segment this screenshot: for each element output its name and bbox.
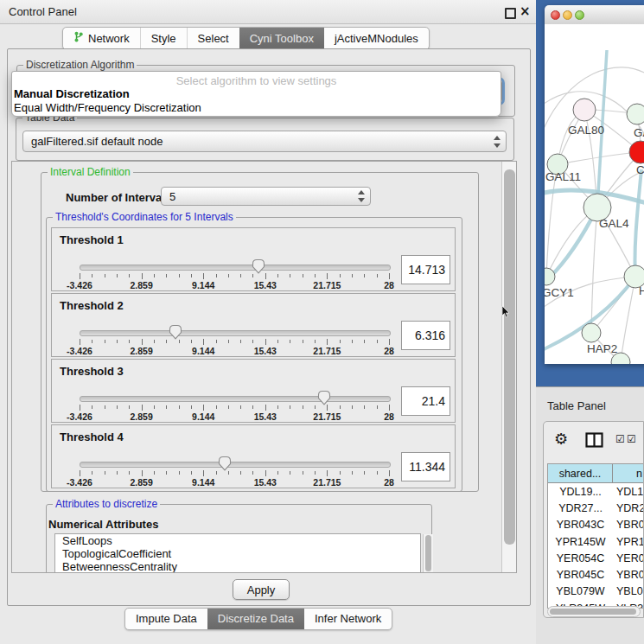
slider-tick bbox=[105, 340, 105, 343]
slider-track[interactable] bbox=[80, 330, 391, 336]
attribute-item[interactable]: BetweennessCentrality bbox=[55, 560, 420, 573]
tab-style[interactable]: Style bbox=[140, 28, 187, 49]
table-data-value: galFiltered.sif default node bbox=[31, 135, 163, 148]
slider-scale-label: 21.715 bbox=[313, 346, 341, 356]
slider-track[interactable] bbox=[80, 396, 391, 402]
threshold-value-field[interactable]: 14.713 bbox=[401, 255, 450, 284]
table-row[interactable]: YBR045CYBR0 bbox=[548, 566, 644, 583]
slider-thumb[interactable] bbox=[317, 390, 331, 405]
network-canvas[interactable]: GAL80GACGAL11GAL4GCY1HHAP2 bbox=[545, 24, 644, 364]
network-node-ga[interactable] bbox=[627, 104, 644, 124]
settings-scrollbar[interactable] bbox=[501, 162, 517, 572]
attribute-item[interactable]: TopologicalCoefficient bbox=[55, 547, 420, 560]
threshold-label: Threshold 2 bbox=[60, 299, 124, 312]
threshold-value-field[interactable]: 11.344 bbox=[401, 452, 450, 481]
dropdown-item-manual[interactable]: Manual Discretization bbox=[12, 87, 501, 101]
attributes-scrollbar-thumb[interactable] bbox=[425, 535, 431, 571]
dropdown-item-equal-width[interactable]: Equal Width/Frequency Discretization bbox=[12, 101, 501, 115]
slider-tick bbox=[252, 471, 253, 475]
network-node-label: GA bbox=[634, 126, 644, 139]
table-cell[interactable]: YBR0 bbox=[613, 517, 644, 533]
tab-select[interactable]: Select bbox=[187, 28, 239, 49]
checkbox-icon[interactable]: ☑ bbox=[627, 434, 636, 444]
network-edge[interactable] bbox=[621, 277, 635, 362]
split-column-icon[interactable] bbox=[585, 432, 603, 451]
table-row[interactable]: YDR27...YDR2 bbox=[548, 500, 644, 516]
tab-jactivemnodules[interactable]: jActiveMNodules bbox=[324, 28, 429, 49]
table-row[interactable]: YBL079WYBL0 bbox=[548, 583, 644, 600]
checkbox-icon[interactable]: ☑ bbox=[615, 434, 625, 444]
apply-button[interactable]: Apply bbox=[233, 579, 290, 600]
slider-tick bbox=[315, 471, 316, 475]
threshold-value-field[interactable]: 6.316 bbox=[401, 321, 450, 350]
network-edge-thick[interactable] bbox=[634, 169, 641, 277]
gear-icon[interactable]: ⚙ bbox=[554, 430, 568, 449]
table-cell[interactable]: YPR145W bbox=[548, 533, 613, 550]
table-hscrollbar[interactable] bbox=[547, 606, 641, 617]
zoom-traffic-light-icon[interactable] bbox=[575, 10, 584, 20]
slider-track[interactable] bbox=[80, 265, 391, 271]
tab-infer-network[interactable]: Infer Network bbox=[304, 609, 392, 629]
threshold-value-field[interactable]: 21.4 bbox=[401, 386, 450, 416]
tab-impute-data[interactable]: Impute Data bbox=[125, 609, 207, 629]
network-view-frame: GAL80GACGAL11GAL4GCY1HHAP2 bbox=[536, 0, 644, 386]
column-header-shared-name[interactable]: shared... bbox=[548, 464, 613, 482]
network-node-gal80[interactable] bbox=[573, 99, 596, 121]
slider-scale-label: 21.715 bbox=[313, 411, 341, 422]
table-cell[interactable]: YPR1 bbox=[613, 533, 644, 550]
close-traffic-light-icon[interactable] bbox=[551, 10, 560, 20]
table-cell[interactable]: YBR043C bbox=[548, 517, 613, 533]
close-icon[interactable]: × bbox=[520, 3, 531, 19]
table-data-combobox[interactable]: galFiltered.sif default node bbox=[22, 131, 507, 152]
slider-scale-label: -3.426 bbox=[67, 477, 92, 488]
attributes-scrollbar[interactable] bbox=[423, 534, 433, 573]
slider-thumb[interactable] bbox=[169, 324, 182, 340]
tab-discretize-data[interactable]: Discretize Data bbox=[207, 609, 304, 629]
network-node-hap2[interactable] bbox=[582, 323, 601, 342]
slider-thumb[interactable] bbox=[218, 456, 232, 471]
table-cell[interactable]: YBL0 bbox=[613, 583, 644, 600]
table-cell[interactable]: YER054C bbox=[548, 550, 613, 566]
attribute-item[interactable]: SelfLoops bbox=[55, 534, 420, 547]
table-hscrollbar-thumb[interactable] bbox=[550, 609, 636, 615]
table-cell[interactable]: YBR045C bbox=[548, 566, 613, 583]
network-edge[interactable] bbox=[591, 207, 597, 333]
tab-cyni-toolbox[interactable]: Cyni Toolbox bbox=[239, 28, 324, 49]
tab-label: Network bbox=[88, 29, 130, 49]
slider-tick bbox=[191, 274, 192, 277]
column-header-name[interactable]: n bbox=[613, 464, 644, 482]
table-cell[interactable]: YBL079W bbox=[548, 583, 613, 600]
table-row[interactable]: YBR043CYBR0 bbox=[548, 517, 644, 533]
num-intervals-value: 5 bbox=[169, 190, 175, 203]
node-table: shared...nYDL19...YDL1YDR27...YDR2YBR043… bbox=[547, 463, 644, 609]
slider-track[interactable] bbox=[80, 462, 391, 468]
table-row[interactable]: YDL19...YDL1 bbox=[548, 483, 644, 500]
table-cell[interactable]: YDL1 bbox=[613, 483, 644, 500]
slider-tick bbox=[290, 274, 290, 277]
table-cell[interactable]: YDR27... bbox=[548, 500, 613, 516]
slider-thumb[interactable] bbox=[252, 258, 265, 274]
slider-tick bbox=[154, 405, 155, 409]
network-node-label: HAP2 bbox=[587, 342, 617, 355]
slider-tick bbox=[129, 471, 130, 475]
num-intervals-combobox[interactable]: 5 bbox=[161, 187, 371, 206]
slider-tick bbox=[117, 471, 118, 475]
network-node-gcy1[interactable] bbox=[545, 268, 555, 285]
tab-label: Infer Network bbox=[315, 609, 381, 629]
slider-tick bbox=[327, 405, 328, 411]
table-cell[interactable]: YBR0 bbox=[613, 566, 644, 583]
table-row[interactable]: YER054CYER0 bbox=[548, 550, 644, 566]
table-row[interactable]: YPR145WYPR1 bbox=[548, 533, 644, 550]
slider-tick bbox=[117, 405, 118, 409]
minimize-traffic-light-icon[interactable] bbox=[563, 10, 572, 20]
tab-network[interactable]: Network bbox=[63, 28, 140, 49]
slider-scale-label: 9.144 bbox=[192, 477, 214, 488]
settings-scrollbar-thumb[interactable] bbox=[504, 169, 515, 545]
float-window-icon[interactable] bbox=[505, 8, 516, 19]
network-window: GAL80GACGAL11GAL4GCY1HHAP2 bbox=[545, 5, 644, 364]
table-cell[interactable]: YER0 bbox=[613, 550, 644, 566]
table-toolbar: ⚙ ☑ ☑ bbox=[544, 422, 643, 460]
table-cell[interactable]: YDL19... bbox=[548, 483, 613, 500]
table-cell[interactable]: YDR2 bbox=[613, 500, 644, 516]
tab-label: jActiveMNodules bbox=[335, 29, 418, 49]
